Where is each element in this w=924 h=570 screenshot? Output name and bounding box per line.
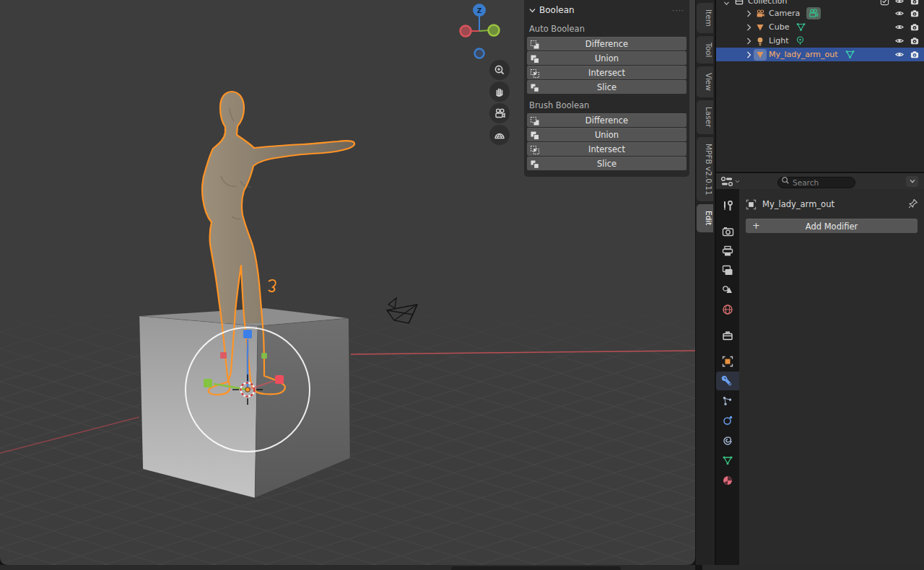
boolean-panel-title: Boolean — [539, 5, 575, 15]
properties-tab-material[interactable] — [716, 471, 739, 490]
properties-tab-object[interactable] — [716, 352, 739, 371]
grid-icon — [494, 129, 505, 141]
nav-neg-z-ball[interactable] — [475, 49, 484, 58]
zoom-icon — [494, 64, 505, 76]
sidebar-tab-edit[interactable]: Edit — [697, 204, 713, 232]
collection-icon — [733, 0, 746, 6]
camera-visibility-icon[interactable] — [910, 50, 920, 59]
nav-z-label: Z — [477, 7, 482, 14]
chevron-right-icon[interactable] — [744, 38, 754, 45]
right-panel: Collection — [715, 0, 924, 565]
header-dropdown-button[interactable] — [906, 176, 918, 187]
chevron-right-icon[interactable] — [744, 51, 754, 58]
nav-x-axis-ball[interactable] — [461, 26, 471, 37]
camera-visibility-icon[interactable] — [910, 36, 920, 45]
sidebar-tab-laser[interactable]: Laser — [697, 100, 713, 134]
properties-tab-output[interactable] — [716, 242, 739, 260]
properties-tab-column — [716, 189, 739, 565]
bottom-editor-segment — [451, 566, 621, 570]
chevron-right-icon[interactable] — [744, 10, 754, 17]
properties-tab-tool[interactable] — [716, 196, 739, 215]
pin-icon[interactable] — [908, 198, 918, 211]
properties-tab-scene[interactable] — [716, 281, 739, 299]
brush-difference-button[interactable]: Difference — [527, 113, 687, 127]
outliner: Collection — [716, 0, 924, 172]
pan-button[interactable] — [489, 82, 510, 102]
zoom-button[interactable] — [489, 60, 510, 80]
object-icon — [722, 356, 733, 367]
boolean-panel: Boolean ···· Auto Boolean Difference Uni… — [524, 0, 689, 177]
eye-icon[interactable] — [894, 50, 905, 59]
properties-tab-render[interactable] — [716, 222, 739, 241]
properties-tab-object-data[interactable] — [716, 451, 739, 470]
sidebar-tab-item[interactable]: Item — [697, 3, 713, 33]
camera-visibility-icon[interactable] — [910, 22, 920, 32]
brush-boolean-label: Brush Boolean — [529, 100, 684, 110]
outliner-row-my-lady-arm-out[interactable]: My_lady_arm_out — [716, 48, 924, 61]
wrench-icon — [721, 374, 734, 387]
brush-intersect-button[interactable]: Intersect — [527, 142, 687, 156]
outliner-row-cube[interactable]: Cube — [716, 20, 924, 34]
camera-visibility-icon[interactable] — [910, 0, 920, 6]
brush-union-button[interactable]: Union — [527, 128, 687, 141]
intersect-icon — [530, 145, 540, 155]
outliner-row-light[interactable]: Light — [716, 34, 924, 48]
auto-boolean-label: Auto Boolean — [529, 24, 684, 34]
light-data-icon — [795, 35, 806, 46]
properties-tab-particles[interactable] — [716, 392, 739, 411]
properties-tab-collection[interactable] — [716, 326, 739, 345]
auto-difference-button[interactable]: Difference — [527, 37, 687, 51]
outliner-row-camera[interactable]: Camera — [716, 6, 924, 20]
gizmo-z-handle[interactable] — [243, 330, 252, 338]
chevron-right-icon[interactable] — [744, 24, 754, 31]
properties-tab-view-layer[interactable] — [716, 261, 739, 280]
intersect-icon — [530, 69, 540, 79]
eye-icon[interactable] — [894, 36, 905, 45]
checkbox-icon[interactable] — [880, 0, 889, 6]
sidebar-tab-tool[interactable]: Tool — [697, 36, 713, 63]
difference-icon — [530, 40, 540, 50]
bottom-editor-edge — [0, 565, 924, 570]
nav-y-axis-ball[interactable] — [489, 25, 500, 36]
properties-tab-constraints[interactable] — [716, 431, 739, 450]
eye-icon[interactable] — [894, 0, 905, 6]
auto-union-button[interactable]: Union — [527, 51, 687, 65]
camera-data-icon — [806, 7, 821, 19]
chevron-down-icon — [735, 180, 740, 183]
slice-icon — [530, 83, 540, 93]
chevron-down-icon — [910, 179, 915, 183]
mesh-object-icon — [754, 49, 767, 61]
add-modifier-button[interactable]: + Add Modifier — [746, 219, 918, 233]
panel-drag-dots-icon[interactable]: ···· — [672, 6, 684, 14]
auto-slice-button[interactable]: Slice — [527, 80, 687, 94]
camera-view-button[interactable] — [489, 103, 510, 123]
outliner-row-collection[interactable]: Collection — [716, 0, 924, 6]
physics-icon — [722, 415, 733, 426]
search-icon — [781, 176, 790, 185]
chevron-down-icon — [529, 8, 536, 13]
auto-intersect-button[interactable]: Intersect — [527, 66, 687, 79]
properties-tab-physics[interactable] — [716, 411, 739, 430]
properties-tab-world[interactable] — [716, 300, 739, 319]
properties-tab-modifiers[interactable] — [716, 372, 739, 390]
brush-slice-button[interactable]: Slice — [527, 157, 687, 170]
sidebar-tab-mpfb[interactable]: MPFB v2.0.11 — [697, 137, 713, 202]
viewport-3d[interactable]: Z — [0, 0, 695, 565]
properties-header — [716, 172, 924, 189]
nav-axis-gizmo[interactable]: Z — [461, 4, 500, 58]
mesh-data-icon — [796, 22, 806, 32]
eye-icon[interactable] — [894, 22, 905, 32]
gizmo-y-handle[interactable] — [204, 379, 212, 387]
sidebar-tab-view[interactable]: View — [697, 66, 713, 97]
union-icon — [530, 54, 540, 64]
editor-type-button[interactable] — [720, 176, 740, 187]
view-layer-icon — [722, 265, 733, 276]
eye-icon[interactable] — [894, 9, 905, 18]
blender-window: Z — [0, 0, 924, 570]
editor-divider — [695, 565, 702, 570]
grid-ortho-button[interactable] — [489, 125, 510, 145]
camera-visibility-icon[interactable] — [910, 9, 920, 18]
material-icon — [722, 475, 733, 486]
boolean-panel-header[interactable]: Boolean ···· — [526, 4, 687, 17]
gizmo-x-handle[interactable] — [275, 375, 284, 384]
